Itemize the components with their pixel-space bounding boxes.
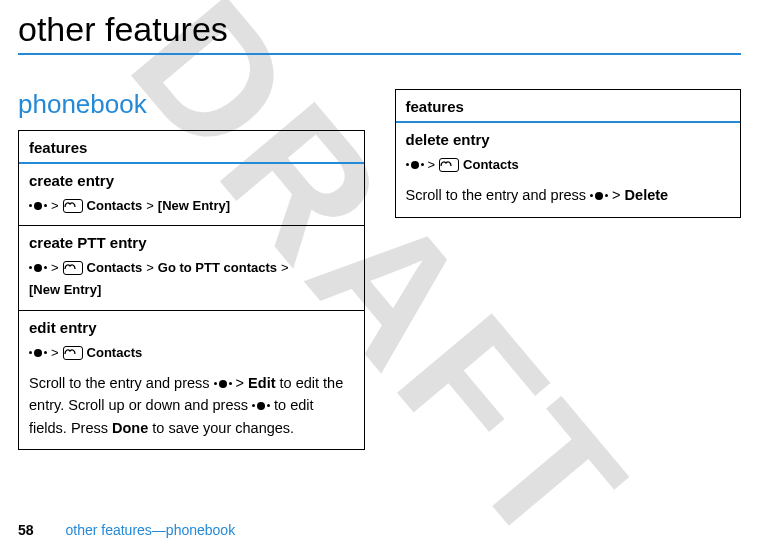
contacts-icon: [439, 158, 459, 172]
separator: >: [51, 197, 59, 215]
sequence-label: [New Entry]: [29, 281, 101, 299]
entry-title: edit entry: [29, 319, 354, 336]
page-number: 58: [18, 522, 34, 538]
title-rule: [18, 53, 741, 55]
separator: >: [428, 156, 436, 174]
breadcrumb: other features—phonebook: [65, 522, 235, 538]
feature-entry: edit entry>ContactsScroll to the entry a…: [19, 311, 364, 450]
entry-description: Scroll to the entry and press > Edit to …: [29, 372, 354, 439]
right-column: features delete entry>ContactsScroll to …: [395, 89, 742, 450]
page-content: other features phonebook features create…: [0, 0, 759, 450]
nav-key-icon: [29, 347, 47, 359]
key-sequence: >Contacts: [29, 344, 354, 362]
contacts-icon: [63, 346, 83, 360]
page-footer: 58 other features—phonebook: [18, 522, 235, 538]
key-sequence: >Contacts: [406, 156, 731, 174]
sequence-label: [New Entry]: [158, 197, 230, 215]
separator: >: [51, 344, 59, 362]
left-features-box: features create entry>Contacts>[New Entr…: [18, 130, 365, 450]
entry-description: Scroll to the entry and press > Delete: [406, 184, 731, 206]
entry-title: delete entry: [406, 131, 731, 148]
key-sequence: >Contacts>[New Entry]: [29, 197, 354, 215]
bold-text: Edit: [248, 375, 275, 391]
sequence-label: Contacts: [87, 344, 143, 362]
separator: >: [146, 259, 154, 277]
left-column: phonebook features create entry>Contacts…: [18, 89, 365, 450]
separator: >: [146, 197, 154, 215]
sequence-label: Contacts: [463, 156, 519, 174]
entry-title: create entry: [29, 172, 354, 189]
entry-title: create PTT entry: [29, 234, 354, 251]
bold-text: Done: [112, 420, 148, 436]
feature-entry: delete entry>ContactsScroll to the entry…: [396, 123, 741, 217]
box-header: features: [396, 90, 741, 123]
separator: >: [51, 259, 59, 277]
key-sequence: >Contacts>Go to PTT contacts>[New Entry]: [29, 259, 354, 299]
box-header: features: [19, 131, 364, 164]
nav-key-icon: [252, 400, 270, 412]
nav-key-icon: [590, 190, 608, 202]
sequence-label: Contacts: [87, 197, 143, 215]
bold-text: Delete: [625, 187, 669, 203]
feature-entry: create PTT entry>Contacts>Go to PTT cont…: [19, 226, 364, 310]
contacts-icon: [63, 199, 83, 213]
nav-key-icon: [214, 378, 232, 390]
nav-key-icon: [29, 200, 47, 212]
nav-key-icon: [29, 262, 47, 274]
sequence-label: Contacts: [87, 259, 143, 277]
section-title: phonebook: [18, 89, 365, 120]
contacts-icon: [63, 261, 83, 275]
page-title: other features: [18, 10, 741, 49]
sequence-label: Go to PTT contacts: [158, 259, 277, 277]
nav-key-icon: [406, 159, 424, 171]
feature-entry: create entry>Contacts>[New Entry]: [19, 164, 364, 226]
right-features-box: features delete entry>ContactsScroll to …: [395, 89, 742, 218]
columns: phonebook features create entry>Contacts…: [18, 89, 741, 450]
separator: >: [281, 259, 289, 277]
